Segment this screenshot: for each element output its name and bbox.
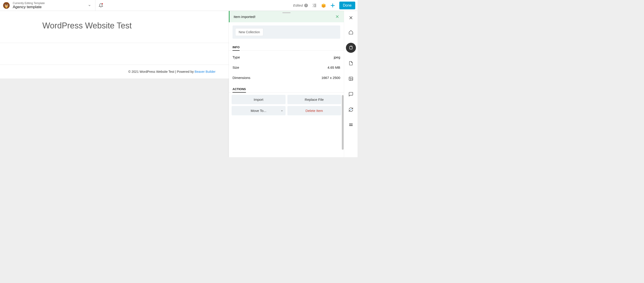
svg-rect-23 xyxy=(350,46,352,49)
title-dropdown[interactable] xyxy=(86,2,93,9)
actions-section-label: ACTIONS xyxy=(232,87,246,93)
panel-scrollbar[interactable] xyxy=(342,95,344,150)
svg-point-28 xyxy=(350,124,351,124)
svg-rect-24 xyxy=(349,77,353,80)
replace-file-button[interactable]: Replace File xyxy=(288,95,341,104)
top-bar: Currently Editing Template Agency templa… xyxy=(0,0,358,11)
sidebar-comments[interactable] xyxy=(346,89,356,99)
app-logo xyxy=(2,1,10,9)
edited-indicator: Edited ? xyxy=(293,3,308,7)
svg-point-2 xyxy=(7,2,8,4)
sidebar-document[interactable] xyxy=(346,58,356,68)
info-section-label: INFO xyxy=(232,45,240,51)
notifications-button[interactable] xyxy=(96,0,106,11)
info-dims-label: Dimensions xyxy=(232,76,250,80)
close-icon[interactable] xyxy=(349,15,353,20)
sidebar-sync[interactable] xyxy=(346,105,356,115)
svg-point-31 xyxy=(350,125,351,126)
svg-point-7 xyxy=(7,5,8,5)
logo-title: Currently Editing Template Agency templa… xyxy=(2,1,45,9)
delete-item-button[interactable]: Delete Item xyxy=(288,106,341,115)
info-size-label: Size xyxy=(232,65,239,69)
info-type-row: Type jpeg xyxy=(232,52,340,62)
sidebar-apps[interactable] xyxy=(346,120,356,130)
move-to-button[interactable]: Move To... xyxy=(232,106,286,115)
sidebar-library[interactable] xyxy=(346,43,356,53)
svg-point-32 xyxy=(352,125,352,126)
svg-point-29 xyxy=(352,124,352,124)
footer-text: © 2021 WordPress Website Test | Powered … xyxy=(128,70,195,73)
drag-handle[interactable] xyxy=(282,12,290,13)
side-toolbar xyxy=(344,11,358,157)
sidebar-home[interactable] xyxy=(346,27,356,37)
template-title: Agency template xyxy=(13,5,45,9)
svg-point-26 xyxy=(350,109,352,110)
svg-rect-9 xyxy=(6,6,7,8)
info-size-row: Size 4.65 MB xyxy=(232,62,340,73)
svg-point-27 xyxy=(349,124,350,124)
topbar-right: Edited ? Done xyxy=(293,1,358,9)
title-block: Currently Editing Template Agency templa… xyxy=(13,1,45,9)
help-icon[interactable]: ? xyxy=(304,4,308,7)
svg-point-25 xyxy=(350,78,350,79)
svg-point-1 xyxy=(4,2,6,4)
collection-row: New Collection xyxy=(232,25,340,39)
add-icon[interactable] xyxy=(330,3,335,8)
toast-text: Item imported! xyxy=(234,15,256,19)
info-type-value: jpeg xyxy=(334,55,340,59)
editing-subtitle: Currently Editing Template xyxy=(13,1,45,5)
notification-dot xyxy=(102,3,103,4)
done-button[interactable]: Done xyxy=(339,1,355,9)
info-type-label: Type xyxy=(232,55,240,59)
footer-link[interactable]: Beaver Builder xyxy=(195,70,216,73)
library-icon[interactable] xyxy=(321,3,326,8)
import-button[interactable]: Import xyxy=(232,95,286,104)
item-panel: Item imported! New Collection INFO Type … xyxy=(229,11,344,157)
info-dimensions-row: Dimensions 1667 x 2500 xyxy=(232,73,340,83)
sidebar-media[interactable] xyxy=(346,74,356,84)
outline-icon[interactable] xyxy=(312,3,317,8)
actions-area: Import Replace File Move To... Delete It… xyxy=(229,93,344,118)
info-dims-value: 1667 x 2500 xyxy=(321,76,340,80)
collection-pill[interactable]: New Collection xyxy=(235,28,263,36)
svg-point-30 xyxy=(349,125,350,126)
info-list: Type jpeg Size 4.65 MB Dimensions 1667 x… xyxy=(229,51,344,85)
title-block-wrap: Currently Editing Template Agency templa… xyxy=(0,0,96,11)
chevron-down-icon xyxy=(280,109,283,112)
svg-point-6 xyxy=(5,5,6,5)
toast-close[interactable] xyxy=(335,14,340,19)
info-size-value: 4.65 MB xyxy=(328,65,340,69)
